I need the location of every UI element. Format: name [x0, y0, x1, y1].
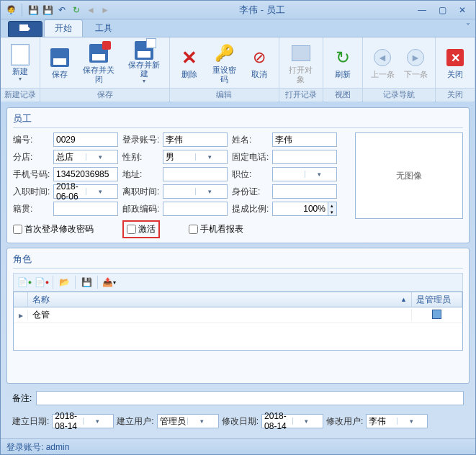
position-combo[interactable]: ▾ — [272, 167, 337, 181]
table-row[interactable]: ▸ 仓管 — [14, 307, 462, 323]
status-bar: 登录账号: admin — [1, 438, 475, 454]
delete-button[interactable]: ✕删除 — [173, 39, 206, 86]
modify-date-label: 修改日期: — [222, 415, 259, 428]
label-hire-date: 入职时间: — [13, 186, 49, 198]
label-login: 登录账号: — [122, 134, 158, 146]
create-user-combo[interactable]: 管理员▾ — [157, 414, 219, 428]
role-export-button[interactable]: 📤▾ — [101, 275, 117, 289]
save-new-button[interactable]: 保存并新建▾ — [122, 39, 167, 86]
ribbon-tabs: 开始 工具 ˇ — [1, 19, 475, 37]
employee-panel: 员工 编号: 登录账号: 姓名: 分店: 总店▾ 性别: 男▾ 固定电话: — [6, 107, 470, 243]
ribbon: 新建▾ 新建记录 保存 保存并关闭 保存并新建▾ 保存 ✕删除 🔑重设密码 ⊘取… — [1, 37, 475, 102]
label-position: 职位: — [232, 168, 268, 181]
role-panel-title: 角色 — [13, 253, 463, 269]
reset-password-button[interactable]: 🔑重设密码 — [206, 39, 242, 86]
phone-fixed-input[interactable] — [272, 150, 337, 164]
gender-combo[interactable]: 男▾ — [163, 150, 228, 164]
qat-undo-icon[interactable]: ↶ — [56, 4, 68, 16]
open-object-button[interactable]: 打开对象 — [282, 39, 320, 86]
create-date-combo[interactable]: 2018-08-14▾ — [52, 414, 114, 428]
tab-start[interactable]: 开始 — [44, 19, 83, 37]
role-name-cell: 仓管 — [28, 309, 412, 321]
prev-record-button[interactable]: ◄上一条 — [366, 39, 399, 86]
group-label-open: 打开记录 — [279, 88, 323, 102]
save-button[interactable]: 保存 — [43, 39, 76, 86]
label-store: 分店: — [13, 151, 49, 163]
quick-access-toolbar: 🧑‍💼 💾 💾 ↶ ↻ ◄ ► 李伟 - 员工 — ▢ ✕ — [1, 1, 475, 19]
app-icon: 🧑‍💼 — [5, 4, 17, 16]
modify-user-label: 修改用户: — [326, 415, 363, 428]
role-remove-button[interactable]: 📄● — [34, 275, 50, 289]
qat-next-icon[interactable]: ► — [99, 4, 111, 16]
app-menu-button[interactable] — [8, 21, 42, 37]
role-grid-body: ▸ 仓管 — [13, 307, 463, 351]
label-address: 地址: — [122, 168, 158, 181]
employee-image-box[interactable]: 无图像 — [355, 132, 463, 219]
role-add-button[interactable]: 📄● — [17, 275, 32, 289]
svg-rect-0 — [19, 24, 28, 31]
meta-row: 建立日期: 2018-08-14▾ 建立用户: 管理员▾ 修改日期: 2018-… — [6, 413, 470, 433]
col-isadmin[interactable]: 是管理员 — [412, 292, 462, 307]
mobile-report-checkbox[interactable]: 手机看报表 — [189, 223, 243, 235]
address-input[interactable] — [163, 167, 228, 181]
remark-input[interactable] — [36, 391, 464, 405]
role-toolbar: 📄● 📄● 📂 💾 📤▾ — [13, 273, 463, 292]
qat-refresh-icon[interactable]: ↻ — [71, 4, 82, 16]
qat-save-icon[interactable]: 💾 — [27, 4, 39, 16]
group-label-view: 视图 — [323, 88, 362, 102]
postcode-input[interactable] — [163, 202, 228, 216]
label-mobile: 手机号码: — [13, 168, 49, 181]
modify-date-combo[interactable]: 2018-08-14▾ — [261, 414, 323, 428]
label-commission: 提成比例: — [232, 203, 268, 215]
label-idcard: 身份证: — [232, 186, 268, 198]
new-button[interactable]: 新建▾ — [4, 39, 37, 86]
role-grid-header: 名称▲ 是管理员 — [13, 292, 463, 307]
role-open-button[interactable]: 📂 — [56, 275, 72, 289]
first-login-checkbox[interactable]: 首次登录修改密码 — [13, 223, 94, 235]
commission-spinner[interactable]: ▴▾ — [272, 202, 337, 216]
role-admin-cell[interactable] — [412, 310, 462, 321]
name-input[interactable] — [272, 132, 337, 147]
group-label-nav: 记录导航 — [363, 88, 435, 102]
tab-tools[interactable]: 工具 — [84, 19, 123, 37]
refresh-button[interactable]: ↻刷新 — [326, 39, 359, 86]
hometown-input[interactable] — [53, 202, 118, 216]
label-name: 姓名: — [232, 134, 268, 146]
group-label-close: 关闭 — [436, 88, 475, 102]
maximize-button[interactable]: ▢ — [434, 4, 451, 17]
group-label-edit: 编辑 — [170, 88, 278, 102]
group-label-save: 保存 — [40, 88, 169, 102]
label-postcode: 邮政编码: — [122, 203, 158, 215]
role-panel: 角色 📄● 📄● 📂 💾 📤▾ 名称▲ 是管理员 ▸ 仓管 — [6, 248, 470, 384]
qat-saveclose-icon[interactable]: 💾 — [42, 4, 53, 16]
col-name[interactable]: 名称▲ — [28, 292, 412, 307]
role-save-button[interactable]: 💾 — [78, 275, 94, 289]
create-user-label: 建立用户: — [117, 415, 153, 428]
leave-date-combo[interactable]: ▾ — [163, 184, 228, 199]
code-input[interactable] — [53, 132, 118, 147]
sort-asc-icon: ▲ — [400, 296, 407, 303]
save-close-button[interactable]: 保存并关闭 — [76, 39, 122, 86]
cancel-button[interactable]: ⊘取消 — [243, 39, 276, 86]
create-date-label: 建立日期: — [12, 415, 49, 428]
row-indicator-icon: ▸ — [14, 310, 28, 320]
close-window-button[interactable]: ✕ — [454, 4, 471, 17]
login-input[interactable] — [163, 132, 228, 147]
close-record-button[interactable]: ✕关闭 — [439, 39, 472, 86]
group-label-new: 新建记录 — [1, 88, 40, 102]
store-combo[interactable]: 总店▾ — [53, 150, 118, 164]
hire-date-combo[interactable]: 2018-06-06▾ — [53, 184, 118, 199]
label-leave-date: 离职时间: — [122, 186, 158, 198]
next-record-button[interactable]: ►下一条 — [399, 39, 432, 86]
employee-panel-title: 员工 — [13, 112, 463, 128]
window-title: 李伟 - 员工 — [114, 4, 410, 17]
mobile-input[interactable] — [53, 167, 118, 181]
modify-user-combo[interactable]: 李伟▾ — [366, 414, 428, 428]
qat-prev-icon[interactable]: ◄ — [85, 4, 96, 16]
ribbon-collapse-icon[interactable]: ˇ — [467, 22, 470, 32]
remark-row: 备注: — [6, 388, 470, 408]
activate-checkbox[interactable]: 激活 — [122, 220, 160, 238]
label-code: 编号: — [13, 134, 49, 146]
minimize-button[interactable]: — — [413, 4, 431, 17]
idcard-input[interactable] — [272, 184, 337, 199]
